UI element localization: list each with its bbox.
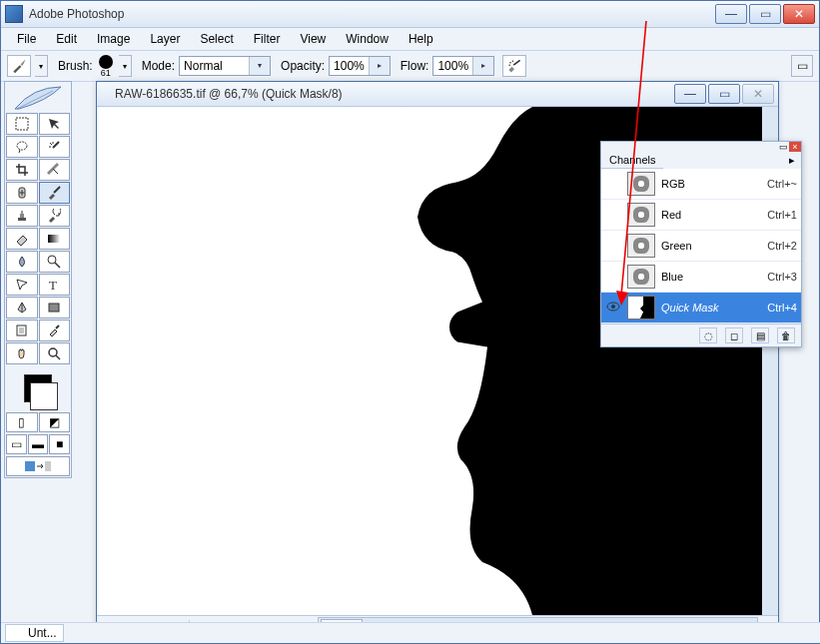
channels-tab[interactable]: Channels xyxy=(601,152,663,169)
mode-label: Mode: xyxy=(142,59,175,73)
opacity-label: Opacity: xyxy=(281,59,325,73)
tool-crop[interactable] xyxy=(6,159,38,181)
app-titlebar[interactable]: Adobe Photoshop — ▭ ✕ xyxy=(1,1,819,28)
tool-zoom[interactable] xyxy=(39,342,71,364)
menu-image[interactable]: Image xyxy=(87,30,140,48)
color-swatch[interactable] xyxy=(6,368,70,408)
channels-panel: ▭ × Channels ▸ RGB Ctrl+~ Red Ctrl+1 Gre… xyxy=(600,141,802,347)
delete-channel-button[interactable]: 🗑 xyxy=(777,327,795,343)
tool-healing[interactable] xyxy=(6,182,38,204)
background-color[interactable] xyxy=(30,382,58,410)
flow-arrow-icon[interactable]: ▸ xyxy=(472,57,493,75)
menu-layer[interactable]: Layer xyxy=(140,30,190,48)
window-controls: — ▭ ✕ xyxy=(713,4,815,24)
svg-rect-7 xyxy=(20,214,24,218)
svg-point-1 xyxy=(512,60,514,62)
tool-gradient[interactable] xyxy=(39,228,71,250)
tool-shape[interactable] xyxy=(39,297,71,319)
menu-window[interactable]: Window xyxy=(336,30,399,48)
tool-hand[interactable] xyxy=(6,342,38,364)
menu-select[interactable]: Select xyxy=(190,30,243,48)
channel-green[interactable]: Green Ctrl+2 xyxy=(601,231,801,262)
svg-point-0 xyxy=(509,62,511,64)
quickmask-mode-button[interactable]: ◩ xyxy=(39,412,71,432)
tool-marquee[interactable] xyxy=(6,113,38,135)
menu-help[interactable]: Help xyxy=(399,30,443,48)
tool-preset-picker[interactable] xyxy=(7,55,31,77)
doc-minimize-button[interactable]: — xyxy=(674,84,706,104)
maximize-button[interactable]: ▭ xyxy=(749,4,781,24)
close-button[interactable]: ✕ xyxy=(783,4,815,24)
chevron-down-icon: ▾ xyxy=(249,57,270,75)
brush-dot-icon xyxy=(99,55,113,69)
channel-thumb xyxy=(627,265,655,289)
taskbar-doc-button[interactable]: Unt... xyxy=(5,624,64,642)
svg-rect-15 xyxy=(45,461,51,471)
channel-quickmask[interactable]: Quick Mask Ctrl+4 xyxy=(601,293,801,323)
toolbox-feather-icon xyxy=(6,83,70,113)
tool-dodge[interactable] xyxy=(39,251,71,273)
app-title: Adobe Photoshop xyxy=(29,7,713,21)
channel-name: Red xyxy=(661,209,767,221)
palette-well-icon[interactable]: ▭ xyxy=(791,55,813,77)
channel-rgb[interactable]: RGB Ctrl+~ xyxy=(601,169,801,200)
screen-fullmenu-button[interactable]: ▬ xyxy=(28,434,49,454)
tool-type[interactable]: T xyxy=(39,274,71,296)
tool-move[interactable] xyxy=(39,113,71,135)
screen-standard-button[interactable]: ▭ xyxy=(6,434,27,454)
panel-close-button[interactable]: × xyxy=(789,142,801,152)
opacity-value: 100% xyxy=(330,59,369,73)
channel-shortcut: Ctrl+4 xyxy=(767,302,797,314)
tool-magic-wand[interactable] xyxy=(39,136,71,158)
tool-clone-stamp[interactable] xyxy=(6,205,38,227)
brush-size-value: 61 xyxy=(101,69,111,78)
minimize-button[interactable]: — xyxy=(715,4,747,24)
blend-mode-select[interactable]: Normal ▾ xyxy=(179,56,271,76)
menu-filter[interactable]: Filter xyxy=(244,30,291,48)
tool-lasso[interactable] xyxy=(6,136,38,158)
channel-thumb xyxy=(627,296,655,320)
jump-to-button[interactable] xyxy=(6,456,70,476)
load-selection-button[interactable]: ◌ xyxy=(699,327,717,343)
channel-name: Quick Mask xyxy=(661,302,767,314)
tool-eraser[interactable] xyxy=(6,228,38,250)
opacity-input[interactable]: 100% ▸ xyxy=(329,56,391,76)
tool-slice[interactable] xyxy=(39,159,71,181)
channel-shortcut: Ctrl+2 xyxy=(767,240,797,252)
menu-file[interactable]: File xyxy=(7,30,46,48)
tool-preset-chevron-icon[interactable]: ▾ xyxy=(35,55,48,77)
channel-thumb xyxy=(627,172,655,196)
save-selection-button[interactable]: ◻ xyxy=(725,327,743,343)
menu-edit[interactable]: Edit xyxy=(46,30,87,48)
channel-blue[interactable]: Blue Ctrl+3 xyxy=(601,262,801,293)
flow-input[interactable]: 100% ▸ xyxy=(432,56,494,76)
panel-menu-icon[interactable]: ▸ xyxy=(783,152,801,169)
screen-full-button[interactable]: ■ xyxy=(49,434,70,454)
doc-close-button[interactable]: ✕ xyxy=(742,84,774,104)
brush-picker[interactable]: 61 xyxy=(97,55,115,78)
opacity-arrow-icon[interactable]: ▸ xyxy=(369,57,390,75)
standard-mode-button[interactable]: ▯ xyxy=(6,412,38,432)
tool-brush[interactable] xyxy=(39,182,71,204)
tool-eyedropper[interactable] xyxy=(39,320,71,341)
document-titlebar[interactable]: RAW-6186635.tif @ 66,7% (Quick Mask/8) —… xyxy=(97,82,778,107)
tool-history-brush[interactable] xyxy=(39,205,71,227)
doc-maximize-button[interactable]: ▭ xyxy=(708,84,740,104)
visibility-toggle[interactable] xyxy=(605,302,621,314)
tool-blur[interactable] xyxy=(6,251,38,273)
tool-path-select[interactable] xyxy=(6,274,38,296)
tool-notes[interactable] xyxy=(6,320,38,341)
tool-pen[interactable] xyxy=(6,297,38,319)
svg-rect-3 xyxy=(16,118,28,130)
ruler-left xyxy=(97,107,114,615)
taskbar-doc-label: Unt... xyxy=(28,626,57,640)
document-title: RAW-6186635.tif @ 66,7% (Quick Mask/8) xyxy=(115,87,672,101)
channel-shortcut: Ctrl+~ xyxy=(767,178,797,190)
panel-minimize-button[interactable]: ▭ xyxy=(777,142,789,152)
menu-view[interactable]: View xyxy=(290,30,336,48)
airbrush-toggle[interactable] xyxy=(502,55,526,77)
channel-list: RGB Ctrl+~ Red Ctrl+1 Green Ctrl+2 Blue … xyxy=(601,169,801,323)
brush-picker-chevron-icon[interactable]: ▾ xyxy=(119,55,132,77)
channel-red[interactable]: Red Ctrl+1 xyxy=(601,200,801,231)
new-channel-button[interactable]: ▤ xyxy=(751,327,769,343)
